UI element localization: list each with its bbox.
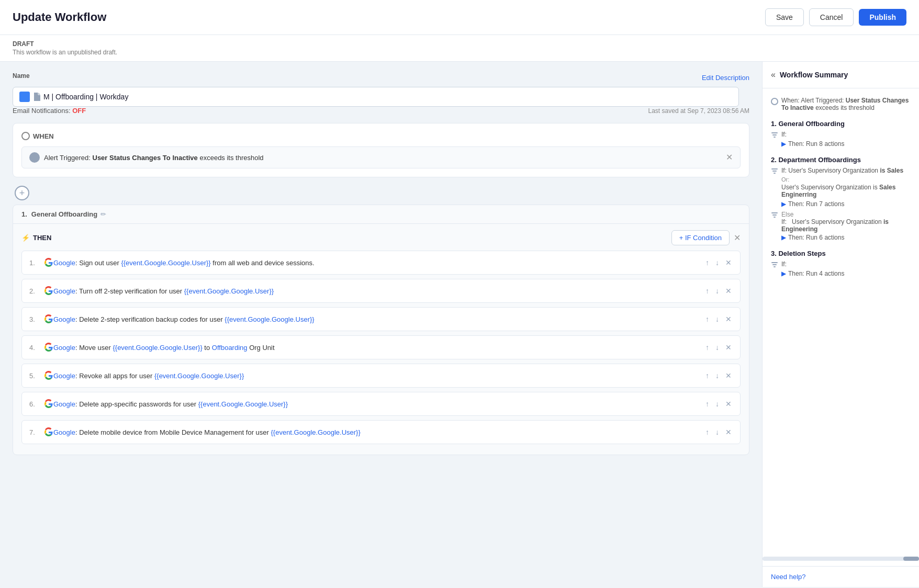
need-help-link[interactable]: Need help? bbox=[763, 566, 919, 587]
workflow-name-input[interactable] bbox=[43, 93, 732, 101]
add-condition-button[interactable]: + IF Condition bbox=[671, 230, 730, 245]
action-move-down[interactable]: ↓ bbox=[714, 342, 720, 353]
summary-section-2: 2. Department Offboardings If: User's Su… bbox=[771, 156, 911, 241]
action-item: 5. Google: Revoke all apps for user {{ev… bbox=[21, 364, 741, 388]
summary-trigger-icon bbox=[771, 98, 778, 105]
action-item: 2. Google: Turn off 2-step verification … bbox=[21, 279, 741, 303]
action-controls: ↑ ↓ ✕ bbox=[704, 427, 733, 437]
action-move-up[interactable]: ↑ bbox=[704, 342, 710, 353]
action-var[interactable]: {{event.Google.Google.User}} bbox=[184, 287, 274, 295]
trigger-close-button[interactable]: ✕ bbox=[726, 153, 733, 162]
expand-icon[interactable]: ▶ bbox=[781, 270, 786, 277]
email-notif-status[interactable]: OFF bbox=[72, 107, 86, 115]
google-link[interactable]: Google bbox=[53, 372, 75, 380]
action-move-up[interactable]: ↑ bbox=[704, 314, 710, 324]
action-move-down[interactable]: ↓ bbox=[714, 427, 720, 437]
google-link[interactable]: Google bbox=[53, 428, 75, 436]
google-icon bbox=[44, 399, 53, 409]
expand-icon[interactable]: ▶ bbox=[781, 234, 786, 241]
action-item: 7. Google: Delete mobile device from Mob… bbox=[21, 420, 741, 444]
svg-rect-9 bbox=[774, 137, 776, 138]
cancel-button[interactable]: Cancel bbox=[809, 8, 854, 26]
action-item: 6. Google: Delete app-specific passwords… bbox=[21, 392, 741, 416]
summary-then-row: ▶ Then: Run 6 actions bbox=[771, 234, 911, 241]
action-move-down[interactable]: ↓ bbox=[714, 257, 720, 268]
summary-then-row: ▶ Then: Run 7 actions bbox=[771, 200, 911, 208]
action-move-down[interactable]: ↓ bbox=[714, 286, 720, 296]
svg-rect-12 bbox=[774, 173, 776, 174]
summary-else-row: Else If: User's Supervisory Organization… bbox=[771, 211, 911, 233]
filter-icon bbox=[771, 261, 778, 268]
summary-trigger: When: Alert Triggered: User Status Chang… bbox=[771, 97, 911, 111]
action-delete[interactable]: ✕ bbox=[724, 399, 733, 409]
action-var[interactable]: {{event.Google.Google.User}} bbox=[271, 428, 360, 436]
action-delete[interactable]: ✕ bbox=[724, 314, 733, 324]
action-var[interactable]: {{event.Google.Google.User}} bbox=[121, 259, 210, 267]
add-block-button[interactable]: + bbox=[15, 186, 29, 200]
action-delete[interactable]: ✕ bbox=[724, 286, 733, 296]
google-link[interactable]: Google bbox=[53, 259, 75, 267]
expand-icon[interactable]: ▶ bbox=[781, 140, 786, 148]
offboarding-link[interactable]: Offboarding bbox=[212, 344, 248, 352]
google-icon bbox=[44, 258, 53, 267]
action-text: Google: Sign out user {{event.Google.Goo… bbox=[53, 259, 704, 267]
action-number: 3. bbox=[29, 315, 38, 323]
action-move-up[interactable]: ↑ bbox=[704, 370, 710, 381]
block-header: 1. General Offboarding ✏ bbox=[13, 205, 749, 224]
workflow-block: 1. General Offboarding ✏ ⚡ THEN + IF Con… bbox=[13, 205, 749, 455]
summary-section-title: 3. Deletion Steps bbox=[771, 250, 911, 257]
filter-icon bbox=[771, 167, 778, 174]
action-move-up[interactable]: ↑ bbox=[704, 257, 710, 268]
then-header: ⚡ THEN + IF Condition ✕ bbox=[21, 230, 741, 245]
publish-button[interactable]: Publish bbox=[859, 9, 906, 26]
action-move-up[interactable]: ↑ bbox=[704, 286, 710, 296]
action-move-down[interactable]: ↓ bbox=[714, 399, 720, 409]
google-link[interactable]: Google bbox=[53, 400, 75, 408]
action-move-up[interactable]: ↑ bbox=[704, 427, 710, 437]
sidebar-title: Workflow Summary bbox=[780, 71, 848, 79]
action-var[interactable]: {{event.Google.Google.User}} bbox=[225, 315, 314, 323]
svg-rect-18 bbox=[774, 266, 776, 267]
sidebar-header: « Workflow Summary bbox=[763, 62, 919, 88]
expand-icon[interactable]: ▶ bbox=[781, 200, 786, 208]
svg-rect-15 bbox=[774, 217, 776, 218]
action-delete[interactable]: ✕ bbox=[724, 257, 733, 268]
sidebar-scrollbar-thumb bbox=[903, 557, 919, 561]
then-close-button[interactable]: ✕ bbox=[734, 234, 741, 242]
then-run-label: Then: Run 7 actions bbox=[788, 200, 844, 208]
name-label: Name bbox=[13, 72, 30, 80]
then-text: THEN bbox=[33, 234, 51, 242]
block-edit-icon[interactable]: ✏ bbox=[100, 210, 106, 218]
sidebar-collapse-button[interactable]: « bbox=[771, 70, 776, 80]
top-actions: Save Cancel Publish bbox=[765, 8, 906, 26]
action-move-up[interactable]: ↑ bbox=[704, 399, 710, 409]
summary-then-row: ▶ Then: Run 8 actions bbox=[771, 140, 911, 148]
action-delete[interactable]: ✕ bbox=[724, 427, 733, 437]
action-var[interactable]: {{event.Google.Google.User}} bbox=[113, 344, 202, 352]
then-run-label: Then: Run 8 actions bbox=[788, 140, 844, 148]
action-item: 3. Google: Delete 2-step verification ba… bbox=[21, 307, 741, 331]
summary-section-3: 3. Deletion Steps If: ▶ Then: Run 4 acti… bbox=[771, 250, 911, 277]
action-text: Google: Delete 2-step verification backu… bbox=[53, 315, 704, 323]
draft-description: This workflow is an unpublished draft. bbox=[13, 49, 117, 56]
edit-description-link[interactable]: Edit Description bbox=[702, 74, 749, 82]
if-condition-text: If: User's Supervisory Organization is S… bbox=[781, 167, 903, 174]
google-icon bbox=[44, 427, 53, 437]
save-button[interactable]: Save bbox=[765, 8, 804, 26]
sidebar-scrollbar[interactable] bbox=[763, 557, 919, 561]
email-notif-row: Email Notifications: OFF Last saved at S… bbox=[13, 107, 749, 115]
filter-icon bbox=[771, 211, 778, 218]
action-item: 1. Google: Sign out user {{event.Google.… bbox=[21, 251, 741, 275]
action-move-down[interactable]: ↓ bbox=[714, 314, 720, 324]
action-var[interactable]: {{event.Google.Google.User}} bbox=[154, 372, 244, 380]
action-var[interactable]: {{event.Google.Google.User}} bbox=[198, 400, 288, 408]
add-condition-label: + IF Condition bbox=[679, 234, 722, 242]
google-link[interactable]: Google bbox=[53, 315, 75, 323]
svg-rect-13 bbox=[771, 212, 778, 213]
action-delete[interactable]: ✕ bbox=[724, 370, 733, 381]
action-move-down[interactable]: ↓ bbox=[714, 370, 720, 381]
google-link[interactable]: Google bbox=[53, 287, 75, 295]
action-delete[interactable]: ✕ bbox=[724, 342, 733, 353]
google-link[interactable]: Google bbox=[53, 344, 75, 352]
block-name: General Offboarding bbox=[31, 210, 97, 218]
